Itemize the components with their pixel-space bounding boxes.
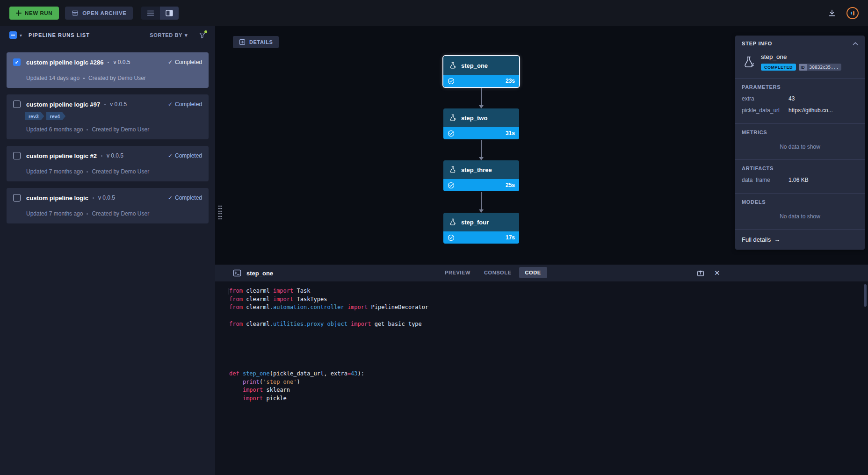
chevron-down-icon[interactable]: ▾ [20,33,22,38]
select-all-checkbox[interactable] [9,31,17,39]
code-line: print('step_one') [229,378,868,387]
graph-edge [481,140,482,158]
node-runtime: 23s [506,78,515,84]
details-button[interactable]: DETAILS [233,36,279,48]
terminal-icon [233,269,241,277]
run-checkbox[interactable] [13,101,21,108]
view-toggle [141,7,179,20]
code-line [229,312,868,320]
run-title: custom pipeline logic #2 [26,152,97,159]
run-card[interactable]: custom pipeline logic v 0.0.5 ✓ Complete… [7,188,209,223]
runs-list-title: PIPELINE RUNS LIST [29,32,90,38]
separator-dot [87,129,88,130]
code-line: from clearml import Task [229,287,868,295]
tab-preview[interactable]: PREVIEW [439,267,477,278]
runs-list: ✓ custom pipeline logic #286 v 0.0.5 ✓ C… [0,44,215,223]
full-details-link[interactable]: Full details → [735,229,865,250]
run-version: v 0.0.5 [110,101,127,108]
run-title: custom pipeline logic #97 [26,101,100,108]
run-version: v 0.0.5 [98,194,115,201]
step-info-title: STEP INFO [742,41,772,46]
collapse-icon[interactable] [853,42,858,45]
new-run-button[interactable]: NEW RUN [9,7,59,20]
profile-avatar[interactable] [846,7,859,19]
run-card[interactable]: custom pipeline logic #2 v 0.0.5 ✓ Compl… [7,146,209,181]
separator-dot [101,155,102,157]
run-title: custom pipeline logic [26,194,88,202]
download-icon[interactable] [828,9,836,17]
pipeline-runs-sidebar: ▾ PIPELINE RUNS LIST SORTED BY ▾ ✓ custo… [0,26,215,475]
arrow-right-icon: → [774,236,780,243]
code-line: def step_one(pickle_data_url, extra=43): [229,370,868,378]
code-line [229,353,868,362]
check-icon: ✓ [168,59,173,65]
graph-node-step-three[interactable]: step_three 25s [443,160,519,191]
run-card[interactable]: ✓ custom pipeline logic #286 v 0.0.5 ✓ C… [7,52,209,88]
graph-edge [481,192,482,210]
flask-icon [742,55,756,69]
tag[interactable]: rev3 [25,112,44,120]
parameter-row: extra 43 [742,95,858,102]
expand-panel-icon[interactable] [697,269,704,277]
graph-node-step-four[interactable]: step_four 17s [443,213,519,244]
status-check-icon [448,234,455,241]
step-id-badge[interactable]: ID 30832c35... [799,64,841,71]
tag[interactable]: rev4 [46,112,66,120]
node-name: step_two [461,115,487,122]
run-meta: Updated 6 months ago Created by Demo Use… [26,126,202,133]
run-checkbox[interactable] [13,152,21,159]
step-name: step_one [761,53,841,60]
code-panel-title: step_one [246,270,273,277]
chevron-down-icon: ▾ [185,32,188,38]
code-line: from clearml.utilities.proxy_object impo… [229,320,868,329]
split-view-button[interactable] [160,7,179,20]
run-version: v 0.0.5 [113,59,130,65]
check-icon: ✓ [168,101,173,108]
parameters-section: PARAMETERS extra 43 pickle_data_url http… [735,78,865,123]
tab-console[interactable]: CONSOLE [478,267,518,278]
open-archive-label: OPEN ARCHIVE [82,10,126,16]
table-view-button[interactable] [141,7,160,20]
code-scrollbar[interactable] [864,284,867,307]
artifact-row: data_frame 1.06 KB [742,177,858,183]
filter-icon[interactable] [199,32,206,39]
run-version: v 0.0.5 [107,152,123,159]
node-name: step_three [461,166,492,173]
graph-node-step-two[interactable]: step_two 31s [443,108,519,139]
run-tags: rev3 rev4 [25,112,202,120]
step-info-panel: STEP INFO step_one COMPLETED ID [735,36,865,250]
sorted-by-dropdown[interactable]: SORTED BY ▾ [150,32,188,38]
plus-icon [16,10,22,16]
run-meta: Updated 7 months ago Created by Demo Use… [26,210,202,217]
run-status: ✓ Completed [168,194,202,201]
code-line: import pickle [229,395,868,403]
check-icon: ✓ [168,152,173,159]
separator-dot [83,78,85,79]
panel-resize-handle[interactable] [218,205,222,221]
status-check-icon [448,130,455,137]
pipeline-graph: DETAILS step_one 23s [215,26,868,265]
main-area: DETAILS step_one 23s [215,26,868,475]
run-status: ✓ Completed [168,101,202,108]
run-checkbox[interactable] [13,194,21,202]
graph-node-step-one[interactable]: step_one 23s [443,56,519,87]
separator-dot [87,213,88,215]
run-card[interactable]: custom pipeline logic #97 v 0.0.5 ✓ Comp… [7,94,209,139]
models-section: MODELS No data to show [735,193,865,229]
code-content[interactable]: from clearml import Taskfrom clearml imp… [215,281,868,403]
close-icon[interactable]: ✕ [714,269,720,277]
text-caret [229,288,229,295]
tab-code[interactable]: CODE [519,267,547,278]
status-check-icon [448,78,455,85]
app-root: NEW RUN OPEN ARCHIVE ▾ PIP [0,0,868,475]
flask-icon [448,114,457,122]
run-checkbox[interactable]: ✓ [13,58,21,66]
topbar-right [828,7,859,19]
node-runtime: 17s [506,234,515,241]
check-icon: ✓ [168,194,173,201]
code-line: from clearml.automation.controller impor… [229,303,868,312]
topbar: NEW RUN OPEN ARCHIVE [0,0,868,26]
code-panel-header: step_one PREVIEW CONSOLE CODE ✕ [215,265,868,281]
node-name: step_four [461,219,489,226]
open-archive-button[interactable]: OPEN ARCHIVE [65,7,133,20]
